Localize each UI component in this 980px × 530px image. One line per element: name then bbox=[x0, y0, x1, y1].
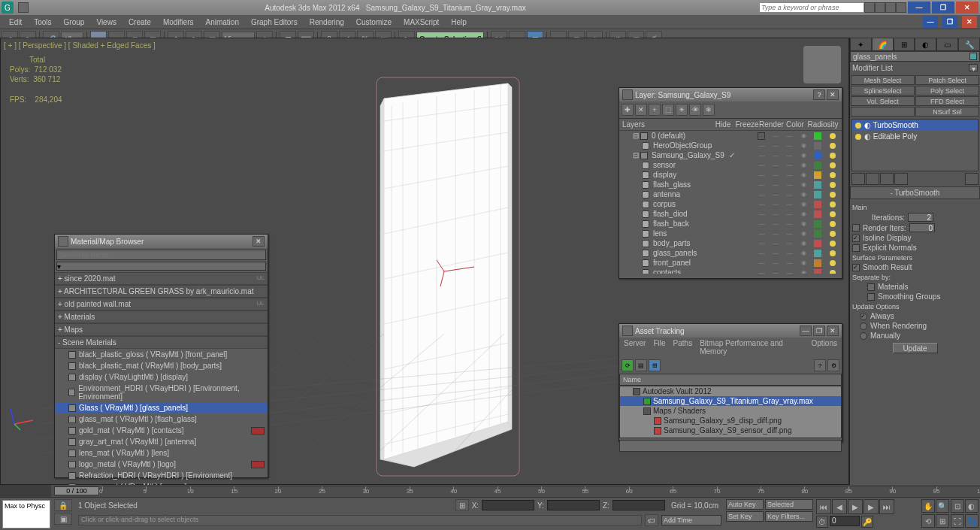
panel-close-button[interactable]: ✕ bbox=[827, 326, 839, 336]
z-coord-input[interactable] bbox=[612, 500, 665, 510]
maximize-button[interactable]: ❐ bbox=[932, 2, 954, 14]
goto-start-button[interactable]: ⏮ bbox=[816, 499, 831, 514]
panel-maximize-button[interactable]: ❐ bbox=[813, 326, 825, 336]
autokey-button[interactable]: Auto Key bbox=[726, 499, 764, 510]
material-group[interactable]: + Materials bbox=[55, 310, 268, 323]
menu-views[interactable]: Views bbox=[90, 17, 122, 28]
vp-max-toggle-button[interactable]: ⛶ bbox=[951, 514, 964, 528]
menu-rendering[interactable]: Rendering bbox=[304, 17, 350, 28]
rollout-turbosmooth[interactable]: - TurboSmooth bbox=[850, 186, 980, 199]
hierarchy-tab[interactable]: ⊞ bbox=[894, 38, 915, 51]
utilities-tab[interactable]: 🔧 bbox=[958, 38, 980, 51]
material-options-dropdown[interactable]: ▾ bbox=[56, 262, 266, 271]
material-item[interactable]: Refraction_HDRI ( VRayHDRI ) [Environmen… bbox=[55, 470, 268, 481]
object-name-field[interactable]: glass_panels bbox=[850, 51, 980, 62]
layer-row[interactable]: flash_diod———◉ bbox=[619, 209, 842, 219]
modifier-set-button[interactable]: NSurf Sel bbox=[915, 107, 979, 117]
maxscript-listener[interactable]: Max to Physc bbox=[2, 500, 50, 528]
update-always-radio[interactable] bbox=[860, 313, 867, 320]
show-end-result-button[interactable] bbox=[866, 173, 879, 185]
app-icon[interactable]: G bbox=[2, 2, 14, 14]
modifier-set-button[interactable]: Mesh Select bbox=[851, 75, 915, 85]
child-restore-button[interactable]: ❐ bbox=[942, 16, 957, 28]
play-button[interactable]: ▶ bbox=[848, 499, 863, 514]
close-button[interactable]: ✕ bbox=[956, 2, 978, 14]
menu-tools[interactable]: Tools bbox=[28, 17, 57, 28]
minimize-button[interactable]: — bbox=[908, 2, 930, 14]
layer-row[interactable]: sensor———◉ bbox=[619, 160, 842, 170]
time-slider[interactable]: 0 / 100 05101520253035404550556065707580… bbox=[51, 485, 980, 497]
prev-frame-button[interactable]: ◀ bbox=[832, 499, 847, 514]
key-mode-dropdown[interactable]: Selected bbox=[765, 499, 813, 510]
abs-transform-button[interactable]: ⊞ bbox=[455, 499, 469, 511]
material-item[interactable]: gray_art_mat ( VRayMtl ) [antenna] bbox=[55, 436, 268, 447]
material-item[interactable]: gold_mat ( VRayMtl ) [contacts] bbox=[55, 425, 268, 436]
asset-row[interactable]: Samsung_Galaxy_S9_sensor_diff.png bbox=[620, 426, 841, 435]
child-close-button[interactable]: ✕ bbox=[962, 16, 977, 28]
timeline-ruler[interactable]: 0510152025303540455055606570758085909510… bbox=[102, 486, 980, 496]
layer-row[interactable]: body_parts———◉ bbox=[619, 238, 842, 248]
search-icon[interactable] bbox=[864, 2, 875, 13]
modifier-set-button[interactable]: Patch Select bbox=[915, 75, 979, 85]
material-item[interactable]: lens_mat ( VRayMtl ) [lens] bbox=[55, 447, 268, 459]
setkey-button[interactable]: Set Key bbox=[726, 511, 764, 522]
vp-walk-button[interactable]: 👣 bbox=[965, 514, 978, 528]
time-tag-dropdown[interactable]: Add Time bbox=[661, 515, 721, 525]
isolate-button[interactable]: ▣ bbox=[54, 513, 72, 525]
update-manual-radio[interactable] bbox=[860, 332, 867, 340]
layer-row[interactable]: front_panel———◉ bbox=[619, 258, 842, 268]
remove-modifier-button[interactable] bbox=[894, 173, 908, 185]
lock-selection-button[interactable]: 🔒 bbox=[54, 499, 72, 511]
panel-close-button[interactable]: ✕ bbox=[827, 89, 839, 100]
configure-sets-button[interactable] bbox=[965, 173, 978, 185]
material-group[interactable]: - Scene Materials bbox=[55, 336, 268, 349]
goto-end-button[interactable]: ⏭ bbox=[879, 499, 894, 514]
layer-row[interactable]: antenna———◉ bbox=[619, 189, 842, 199]
refresh-button[interactable]: ⟳ bbox=[622, 359, 634, 371]
menu-modifiers[interactable]: Modifiers bbox=[157, 17, 200, 28]
isoline-checkbox[interactable] bbox=[852, 235, 860, 242]
layer-row[interactable]: HeroObjectGroup———◉ bbox=[619, 141, 842, 150]
time-slider-thumb[interactable]: 0 / 100 bbox=[54, 486, 99, 495]
render-iters-checkbox[interactable] bbox=[852, 224, 860, 232]
status-button[interactable]: ▤ bbox=[635, 359, 647, 371]
select-layer-button[interactable]: ⬚ bbox=[662, 104, 674, 116]
panel-close-button[interactable]: ✕ bbox=[253, 236, 265, 247]
asset-menu-item[interactable]: File bbox=[653, 339, 665, 356]
vp-zoom-all-button[interactable]: ⊞ bbox=[936, 514, 949, 528]
add-to-layer-button[interactable]: + bbox=[649, 104, 661, 116]
asset-menu-item[interactable]: Server bbox=[624, 339, 646, 356]
comm-center-icon[interactable] bbox=[885, 2, 896, 13]
current-frame-input[interactable]: 0 bbox=[830, 516, 860, 526]
settings-button[interactable]: ⚙ bbox=[827, 359, 839, 371]
panel-help-button[interactable]: ? bbox=[813, 89, 825, 100]
sep-materials-checkbox[interactable] bbox=[867, 283, 875, 291]
modifier-list-dropdown[interactable]: ▾ bbox=[969, 64, 978, 71]
material-group[interactable]: + old painted wall.matUL bbox=[55, 298, 268, 310]
material-item[interactable]: Glass ( VRayMtl ) [glass_panels] bbox=[55, 402, 268, 413]
vp-pan-button[interactable]: ✋ bbox=[921, 499, 935, 513]
modifier-set-button[interactable] bbox=[851, 107, 915, 117]
modifier-set-button[interactable]: SplineSelect bbox=[851, 86, 915, 95]
material-item[interactable]: glass_mat ( VRayMtl ) [flash_glass] bbox=[55, 413, 268, 425]
highlight-layer-button[interactable]: ☀ bbox=[676, 104, 688, 116]
help-icon[interactable] bbox=[875, 2, 885, 13]
asset-menu-item[interactable]: Bitmap Performance and Memory bbox=[700, 339, 803, 356]
render-iters-spinner[interactable]: 0 bbox=[909, 223, 935, 232]
tree-button[interactable]: ⊞ bbox=[649, 359, 661, 371]
layer-row[interactable]: corpus———◉ bbox=[619, 199, 842, 209]
material-item[interactable]: black_plastic_gloss ( VRayMtl ) [front_p… bbox=[55, 349, 268, 360]
freeze-unfreeze-button[interactable]: ❄ bbox=[703, 104, 715, 116]
material-group[interactable]: + since 2020.matUL bbox=[55, 272, 268, 285]
material-search-input[interactable] bbox=[56, 250, 266, 260]
add-time-tag-button[interactable]: 🏷 bbox=[645, 514, 658, 526]
material-item[interactable]: logo_metal ( VRayMtl ) [logo] bbox=[55, 459, 268, 470]
layer-row[interactable]: contacts———◉ bbox=[619, 268, 842, 274]
x-coord-input[interactable] bbox=[482, 500, 534, 510]
viewport-label[interactable]: [ + ] [ Perspective ] [ Shaded + Edged F… bbox=[4, 41, 156, 50]
asset-menu-item[interactable]: Paths bbox=[673, 339, 693, 356]
modifier-set-button[interactable]: Poly Select bbox=[915, 86, 979, 95]
make-unique-button[interactable] bbox=[880, 173, 894, 185]
modifier-stack[interactable]: ◐ TurboSmooth◐ Editable Poly bbox=[851, 119, 978, 171]
menu-edit[interactable]: Edit bbox=[3, 17, 28, 28]
